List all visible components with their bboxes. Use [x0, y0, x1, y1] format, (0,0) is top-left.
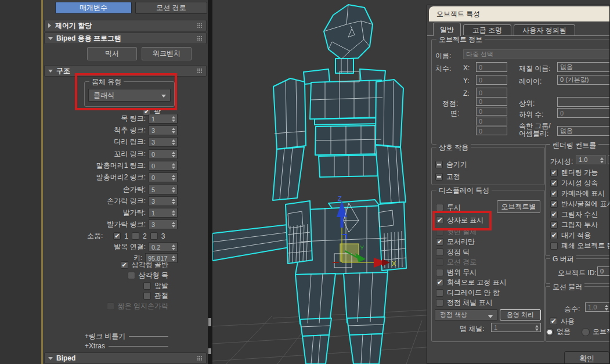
- spine-links-spinner[interactable]: 3: [149, 125, 178, 135]
- spin-down-icon[interactable]: [172, 178, 175, 181]
- knuckles-checkbox[interactable]: [143, 292, 151, 300]
- apply-atmospherics-checkbox[interactable]: [550, 232, 558, 239]
- twist-links-separator[interactable]: +링크 비틀기: [85, 331, 168, 341]
- spin-up-icon[interactable]: [172, 187, 175, 189]
- visible-to-camera-checkbox[interactable]: [550, 190, 558, 197]
- forefeet-checkbox[interactable]: [143, 282, 151, 290]
- tail-links-spinner[interactable]: 0: [149, 149, 178, 159]
- spin-down-icon[interactable]: [172, 155, 175, 157]
- spin-down-icon[interactable]: [172, 131, 175, 134]
- spin-down-icon[interactable]: [172, 214, 175, 216]
- panel-scrollbar-thumb[interactable]: [208, 318, 211, 326]
- neck-links-spinner[interactable]: 1: [149, 114, 178, 124]
- prop2-checkbox[interactable]: [132, 232, 139, 240]
- ponytail1-links-spinner[interactable]: 0: [149, 161, 178, 171]
- hide-checkbox[interactable]: [435, 161, 443, 168]
- mixer-button[interactable]: 믹서: [87, 47, 137, 60]
- frozen-gray-checkbox[interactable]: [436, 279, 443, 286]
- tab-general[interactable]: 일반: [433, 23, 461, 36]
- rollout-biped[interactable]: Biped: [44, 352, 207, 364]
- cast-shadows-checkbox[interactable]: [550, 221, 558, 229]
- render-occluded-checkbox[interactable]: [550, 242, 558, 250]
- spin-up-icon[interactable]: [172, 139, 175, 142]
- spin-down-icon[interactable]: [172, 143, 175, 145]
- xtras-separator[interactable]: +Xtras: [85, 342, 168, 350]
- shaded-button[interactable]: 음영 처리: [500, 309, 541, 320]
- finger-links-spinner[interactable]: 3: [149, 196, 178, 206]
- tab-user-defined[interactable]: 사용자 정의됨: [514, 24, 575, 36]
- mblur-enabled-checkbox[interactable]: [550, 318, 557, 325]
- see-through-checkbox[interactable]: [436, 204, 443, 211]
- edges-only-checkbox[interactable]: [436, 238, 443, 246]
- vertex-ticks-checkbox[interactable]: [436, 248, 443, 256]
- vertex-color-dropdown[interactable]: 정점 색상: [435, 309, 497, 320]
- receive-shadows-checkbox[interactable]: [550, 211, 558, 218]
- panel-scrollbar-mark[interactable]: [208, 348, 211, 354]
- inherit-visibility-checkbox[interactable]: [550, 179, 558, 187]
- rollout-grip-icon[interactable]: [197, 36, 203, 41]
- freeze-checkbox[interactable]: [435, 173, 443, 181]
- spin-up-icon[interactable]: [605, 305, 608, 307]
- ankle-attach-spinner[interactable]: 0.2: [149, 242, 178, 252]
- spin-up-icon[interactable]: [172, 116, 175, 118]
- spin-down-icon[interactable]: [172, 225, 175, 228]
- rollout-structure[interactable]: 구조: [44, 65, 207, 77]
- spin-down-icon[interactable]: [172, 202, 175, 204]
- body-type-dropdown[interactable]: 클래식: [88, 89, 171, 102]
- spin-up-icon[interactable]: [172, 222, 175, 224]
- object-id-spinner[interactable]: 0: [597, 266, 610, 276]
- spin-up-icon[interactable]: [600, 157, 604, 160]
- ponytail2-links-spinner[interactable]: 0: [149, 172, 178, 182]
- multiplier-spinner[interactable]: 1.0: [585, 302, 610, 312]
- tab-adv-lighting[interactable]: 고급 조명: [463, 24, 511, 36]
- never-degrade-checkbox[interactable]: [436, 289, 443, 297]
- spin-up-icon[interactable]: [172, 175, 175, 177]
- biped-wireframe[interactable]: [273, 5, 406, 364]
- spin-up-icon[interactable]: [172, 163, 175, 165]
- rollout-biped-apps[interactable]: Biped 응용 프로그램: [44, 33, 207, 44]
- spin-down-icon[interactable]: [535, 329, 539, 331]
- name-field[interactable]: 다중 선택: [463, 49, 610, 59]
- tab-motion-paths[interactable]: 모션 경로: [135, 2, 207, 14]
- layer-field[interactable]: 0 (기본값): [557, 75, 610, 85]
- toes-spinner[interactable]: 1: [149, 208, 178, 218]
- spin-down-icon[interactable]: [172, 120, 175, 122]
- ok-button[interactable]: 확인: [564, 351, 609, 364]
- spin-down-icon[interactable]: [172, 167, 175, 169]
- display-as-box-checkbox[interactable]: [436, 217, 443, 224]
- spin-down-icon[interactable]: [172, 259, 175, 261]
- triangle-pelvis-checkbox[interactable]: [121, 261, 128, 269]
- spin-down-icon[interactable]: [172, 190, 175, 193]
- ignore-extents-checkbox[interactable]: [436, 269, 443, 276]
- rollout-grip-icon[interactable]: [197, 23, 203, 28]
- leg-links-spinner[interactable]: 3: [149, 137, 178, 147]
- viewport-left-strip[interactable]: [0, 0, 41, 364]
- prop-sword-wireframe[interactable]: [212, 225, 293, 261]
- spin-up-icon[interactable]: [172, 244, 175, 247]
- rollout-grip-icon[interactable]: [197, 356, 203, 361]
- visibility-by-object-button[interactable]: [608, 155, 610, 164]
- by-object-button[interactable]: 오브젝트별: [497, 200, 540, 213]
- spin-down-icon[interactable]: [600, 161, 604, 163]
- dialog-titlebar[interactable]: 오브젝트 특성: [429, 6, 610, 21]
- map-channel-spinner[interactable]: 1: [491, 323, 541, 332]
- spin-up-icon[interactable]: [172, 152, 175, 154]
- spin-down-icon[interactable]: [605, 308, 608, 311]
- visibility-spinner[interactable]: 1.0: [576, 155, 606, 164]
- fingers-spinner[interactable]: 5: [149, 185, 178, 194]
- tab-parameters[interactable]: 매개변수: [55, 2, 132, 14]
- workbench-button[interactable]: 워크벤치: [142, 47, 192, 60]
- rollout-controller-assignment[interactable]: 제어기 할당: [44, 20, 207, 31]
- vertex-channel-checkbox[interactable]: [436, 299, 443, 307]
- mblur-none-radio[interactable]: [546, 328, 554, 336]
- triangle-neck-checkbox[interactable]: [128, 272, 135, 279]
- spin-up-icon[interactable]: [172, 255, 175, 258]
- rollout-grip-icon[interactable]: [197, 69, 203, 74]
- spin-up-icon[interactable]: [172, 199, 175, 201]
- spin-up-icon[interactable]: [172, 210, 175, 212]
- spin-down-icon[interactable]: [172, 248, 175, 250]
- spin-up-icon[interactable]: [172, 128, 175, 130]
- prop3-checkbox[interactable]: [150, 232, 158, 240]
- spin-up-icon[interactable]: [535, 325, 539, 327]
- prop1-checkbox[interactable]: [113, 232, 121, 240]
